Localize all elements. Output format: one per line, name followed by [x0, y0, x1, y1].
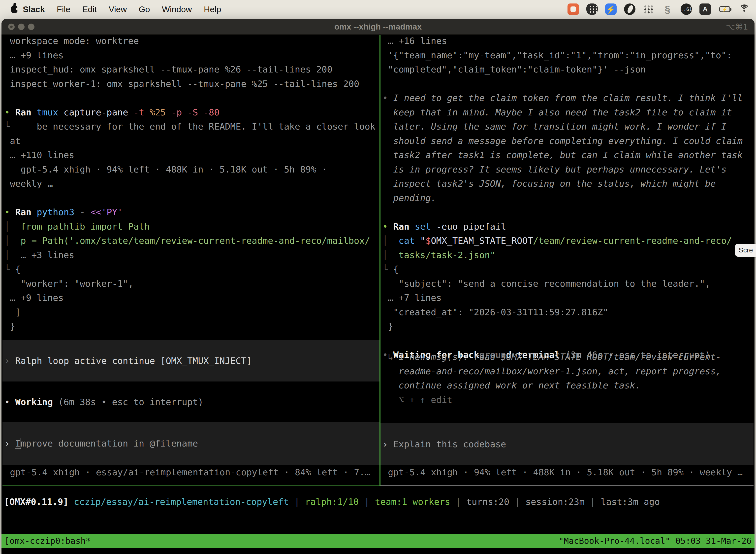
blue-bolt-app-icon[interactable]: ⚡ — [605, 3, 617, 15]
terminal-line — [382, 205, 754, 219]
menu-item-help[interactable]: Help — [204, 4, 221, 14]
dark-moon-app-icon[interactable] — [624, 3, 635, 15]
terminal-line: • Ran set -euo pipefail — [382, 219, 754, 234]
menu-app-name[interactable]: Slack — [23, 4, 45, 14]
keyboard-layout-icon[interactable]: A — [699, 3, 711, 15]
window-shortcut-hint: ⌥⌘1 — [726, 19, 748, 35]
chat-app-icon[interactable] — [567, 3, 579, 15]
terminal-line: ⌥ + ↑ edit — [382, 393, 754, 407]
window-titlebar[interactable]: omx --xhigh --madmax ⌥⌘1 — [1, 19, 755, 35]
prompt-placeholder: Explain this codebase — [393, 439, 506, 449]
tmux-pane-left[interactable]: workspace_mode: worktree … +9 lines insp… — [2, 35, 379, 486]
mailbox-notice: ↳ 1 new msg(s): read $OMX_TEAM_STATE_ROO… — [382, 350, 754, 407]
terminal-line — [4, 191, 379, 205]
terminal-line: • Ran tmux capture-pane -t %25 -p -S -80 — [4, 105, 379, 120]
apple-menu-icon[interactable] — [11, 5, 18, 13]
terminal-line: │ … +3 lines — [4, 248, 379, 262]
right-scrollback: … +16 lines '{"team_name":"my-team","tas… — [382, 35, 754, 362]
tmux-status-bar: [omx-cczip0:bash* "MacBook-Pro-44.local"… — [1, 534, 755, 548]
terminal-line: should send a message before completing … — [382, 134, 754, 148]
menu-item-edit[interactable]: Edit — [82, 4, 97, 14]
omx-status-line: [OMX#0.11.9] cczip/essay/ai-reimplementa… — [4, 495, 755, 509]
terminal-line — [382, 334, 754, 348]
prompt-input-left[interactable]: › Improve documentation in @filename — [2, 422, 379, 465]
terminal-line: continue assigned work or next feasible … — [382, 378, 754, 393]
tmux-pane-right[interactable]: … +16 lines '{"team_name":"my-team","tas… — [380, 35, 754, 486]
terminal-line: task2 after task1 is complete, but can I… — [382, 148, 754, 162]
terminal-line: │ tasks/task-2.json" — [382, 248, 754, 262]
left-scrollback: workspace_mode: worktree … +9 lines insp… — [4, 35, 379, 334]
screen-sharing-button[interactable]: Scre — [735, 244, 756, 257]
terminal-window: omx --xhigh --madmax ⌥⌘1 workspace_mode:… — [1, 19, 755, 554]
menu-item-go[interactable]: Go — [139, 4, 150, 14]
terminal-line: } — [382, 319, 754, 334]
model-status-right: gpt-5.4 xhigh · 94% left · 488K in · 5.1… — [388, 465, 754, 480]
terminal-line: later. Using the same for transition mig… — [382, 119, 754, 134]
terminal-line: "subject": "send a concise recommendatio… — [382, 277, 754, 291]
menu-status-icons: ⚡ § ..61 A ⚡ — [567, 3, 750, 15]
terminal-line: is in progress? It seems likely but perh… — [382, 162, 754, 177]
menu-item-window[interactable]: Window — [162, 4, 192, 14]
prompt-chevron-icon: › — [382, 439, 393, 449]
terminal-line: └ { — [382, 262, 754, 277]
menu-item-file[interactable]: File — [57, 4, 70, 14]
terminal-line: ↳ 1 new msg(s): read $OMX_TEAM_STATE_ROO… — [382, 350, 754, 364]
terminal-line: weekly … — [4, 176, 379, 191]
terminal-line: │ cat "$OMX_TEAM_STATE_ROOT/team/review-… — [382, 233, 754, 248]
model-status-left: gpt-5.4 xhigh · essay/ai-reimplementatio… — [10, 465, 379, 480]
terminal-line: "completed","claim_token":"claim-token"}… — [382, 62, 754, 77]
terminal-line: … +7 lines — [382, 291, 754, 305]
tmux-host-clock: "MacBook-Pro-44.local" 05:03 31-Mar-26 — [559, 536, 752, 546]
terminal-line: "created_at": "2026-03-31T11:59:27.816Z" — [382, 305, 754, 320]
terminal-line: "worker": "worker-1", — [4, 277, 379, 291]
terminal-line: │ from pathlib import Path — [4, 219, 379, 234]
terminal-line: └ be necessary for the end of the README… — [4, 119, 379, 134]
dots-grid-icon[interactable] — [643, 3, 654, 15]
terminal-line: ] — [4, 305, 379, 320]
menu-bar: Slack File Edit View Go Window Help ⚡ § … — [0, 0, 756, 18]
terminal-line: inspect task2's JSON, focusing on the st… — [382, 176, 754, 191]
prompt-chevron-icon: › — [4, 438, 15, 448]
terminal-line: gpt-5.4 xhigh · 94% left · 488K in · 5.1… — [4, 162, 379, 177]
battery-charging-icon[interactable]: ⚡ — [718, 3, 731, 15]
prompt-input-right[interactable]: › Explain this codebase — [380, 423, 754, 465]
terminal-line: • I need to get the claim token from the… — [382, 91, 754, 105]
terminal-line: keep that in mind. Maybe I also need the… — [382, 105, 754, 120]
terminal-line: … +110 lines — [4, 148, 379, 162]
working-status: • Working (6m 38s • esc to interrupt) — [4, 395, 203, 409]
terminal-line — [382, 77, 754, 91]
terminal-line: … +9 lines — [4, 48, 379, 63]
screen: Slack File Edit View Go Window Help ⚡ § … — [0, 0, 756, 554]
badge-61-icon[interactable]: ..61 — [681, 3, 692, 15]
terminal-line: } — [4, 319, 379, 334]
terminal-line: inspect_hud: omx sparkshell --tmux-pane … — [4, 62, 379, 77]
terminal-line — [4, 91, 379, 105]
wifi-icon[interactable] — [739, 3, 750, 15]
pane-border-right — [380, 486, 754, 486]
window-title: omx --xhigh --madmax — [1, 19, 755, 35]
prompt-placeholder: mprove documentation in @filename — [20, 438, 198, 448]
menu-item-view[interactable]: View — [109, 4, 127, 14]
pane-border-left-active — [2, 486, 379, 486]
terminal-line: • Ran python3 - <<'PY' — [4, 205, 379, 219]
terminal-line: workspace_mode: worktree — [4, 35, 379, 48]
terminal-line: pending. — [382, 191, 754, 205]
terminal-line: inspect_worker-1: omx sparkshell --tmux-… — [4, 77, 379, 91]
inject-banner: › Ralph loop active continue [OMX_TMUX_I… — [2, 340, 379, 382]
terminal-line: … +9 lines — [4, 291, 379, 305]
terminal-line: │ p = Path('.omx/state/team/review-curre… — [4, 233, 379, 248]
text-cursor: I — [15, 438, 21, 449]
terminal-line: at — [4, 134, 379, 148]
tmux-session-info: [omx-cczip0:bash* — [4, 536, 91, 546]
terminal-line: … +16 lines — [382, 35, 754, 48]
terminal-line: readme-and-reco/mailbox/worker-1.json, a… — [382, 364, 754, 379]
shield-grid-icon[interactable] — [586, 3, 598, 15]
terminal-line: └ { — [4, 262, 379, 277]
terminal-line: '{"team_name":"my-team","task_id":"1","f… — [382, 48, 754, 63]
hook-s-icon[interactable]: § — [662, 3, 673, 15]
